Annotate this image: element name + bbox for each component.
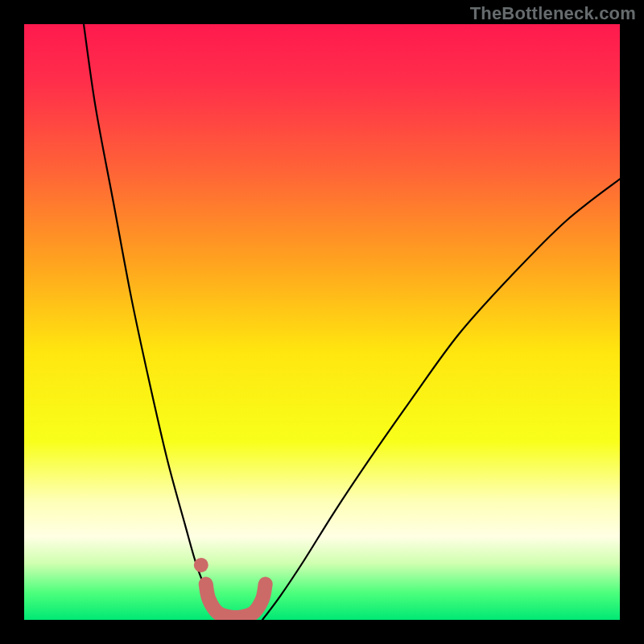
chart-svg — [24, 24, 620, 620]
plot-area — [24, 24, 620, 620]
highlight-dot — [194, 558, 208, 572]
watermark-text: TheBottleneck.com — [470, 3, 636, 24]
chart-frame: TheBottleneck.com — [0, 0, 644, 644]
